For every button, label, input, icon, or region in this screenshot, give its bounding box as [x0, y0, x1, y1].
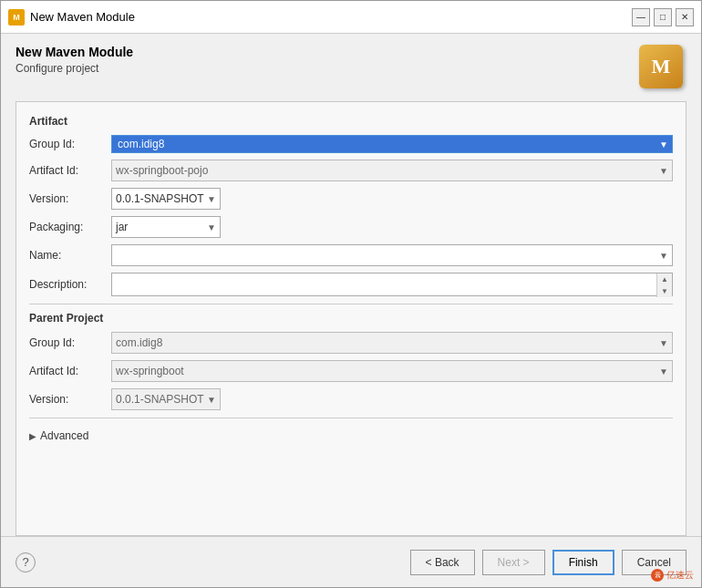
maven-icon: M: [639, 45, 683, 88]
version-label: Version:: [29, 192, 111, 205]
parent-group-id-row: Group Id: com.idig8 ▼: [29, 332, 673, 354]
packaging-label: Packaging:: [29, 221, 111, 233]
parent-artifact-id-input[interactable]: wx-springboot ▼: [111, 360, 673, 382]
content-area: New Maven Module Configure project M Art…: [1, 34, 701, 536]
packaging-dropdown-arrow: ▼: [207, 222, 216, 232]
parent-artifact-id-dropdown-arrow: ▼: [659, 366, 668, 377]
maven-icon-container: M: [639, 45, 687, 92]
name-dropdown-arrow: ▼: [659, 251, 668, 261]
parent-version-row: Version: 0.0.1-SNAPSHOT ▼: [29, 388, 673, 410]
next-button[interactable]: Next >: [482, 550, 545, 575]
parent-group-id-label: Group Id:: [29, 336, 111, 349]
dialog-window: M New Maven Module — □ ✕ New Maven Modul…: [0, 0, 702, 588]
parent-artifact-id-row: Artifact Id: wx-springboot ▼: [29, 360, 673, 382]
artifact-id-dropdown-arrow: ▼: [659, 166, 668, 176]
advanced-label: Advanced: [40, 429, 88, 442]
header-text: New Maven Module Configure project: [15, 45, 133, 75]
footer-left: ?: [15, 552, 410, 573]
parent-group-id-dropdown-arrow: ▼: [659, 338, 668, 348]
finish-button[interactable]: Finish: [552, 550, 614, 575]
parent-version-label: Version:: [29, 393, 111, 406]
artifact-id-label: Artifact Id:: [29, 164, 111, 177]
description-input[interactable]: [112, 273, 656, 295]
page-subtitle: Configure project: [15, 62, 133, 75]
help-button[interactable]: ?: [15, 552, 36, 573]
description-down-button[interactable]: ▼: [657, 285, 672, 297]
section-divider-2: [29, 418, 673, 418]
page-title: New Maven Module: [15, 45, 133, 59]
watermark: 云 亿速云: [651, 569, 694, 582]
section-divider: [29, 304, 673, 304]
parent-group-id-input[interactable]: com.idig8 ▼: [111, 332, 673, 354]
group-id-label: Group Id:: [29, 138, 111, 150]
window-controls: — □ ✕: [632, 8, 694, 26]
name-input[interactable]: ▼: [111, 244, 673, 266]
name-row: Name: ▼: [29, 244, 673, 266]
packaging-input[interactable]: jar ▼: [111, 216, 221, 238]
description-row: Description: ▲ ▼: [29, 273, 673, 296]
form-panel: Artifact Group Id: com.idig8 ▼ Artifact …: [15, 101, 687, 536]
footer: ? < Back Next > Finish Cancel: [1, 536, 701, 587]
group-id-row: Group Id: com.idig8 ▼: [29, 135, 673, 153]
minimize-button[interactable]: —: [632, 8, 650, 26]
description-label: Description:: [29, 278, 111, 291]
advanced-expand-icon: ▶: [29, 431, 36, 441]
parent-project-section-label: Parent Project: [29, 312, 673, 325]
footer-buttons: < Back Next > Finish Cancel: [410, 550, 687, 575]
maximize-button[interactable]: □: [654, 8, 672, 26]
window-title: New Maven Module: [30, 10, 632, 24]
parent-artifact-id-label: Artifact Id:: [29, 365, 111, 377]
title-bar: M New Maven Module — □ ✕: [1, 1, 701, 34]
name-label: Name:: [29, 249, 111, 262]
parent-version-dropdown-arrow: ▼: [207, 395, 216, 405]
description-up-button[interactable]: ▲: [657, 273, 672, 285]
back-button[interactable]: < Back: [410, 550, 475, 575]
version-dropdown-arrow: ▼: [207, 194, 216, 204]
packaging-row: Packaging: jar ▼: [29, 216, 673, 238]
version-row: Version: 0.0.1-SNAPSHOT ▼: [29, 188, 673, 210]
version-input[interactable]: 0.0.1-SNAPSHOT ▼: [111, 188, 221, 210]
close-button[interactable]: ✕: [676, 8, 694, 26]
parent-version-input[interactable]: 0.0.1-SNAPSHOT ▼: [111, 388, 221, 410]
window-icon: M: [8, 9, 25, 26]
header-section: New Maven Module Configure project M: [15, 45, 687, 92]
artifact-id-row: Artifact Id: wx-springboot-pojo ▼: [29, 160, 673, 181]
artifact-section-label: Artifact: [29, 115, 673, 128]
description-spinners: ▲ ▼: [656, 273, 672, 297]
advanced-section[interactable]: ▶ Advanced: [29, 426, 673, 446]
watermark-icon: 云: [651, 569, 664, 582]
artifact-id-input[interactable]: wx-springboot-pojo ▼: [111, 160, 673, 181]
group-id-dropdown-arrow[interactable]: ▼: [656, 139, 672, 150]
group-id-input[interactable]: com.idig8: [112, 136, 656, 152]
